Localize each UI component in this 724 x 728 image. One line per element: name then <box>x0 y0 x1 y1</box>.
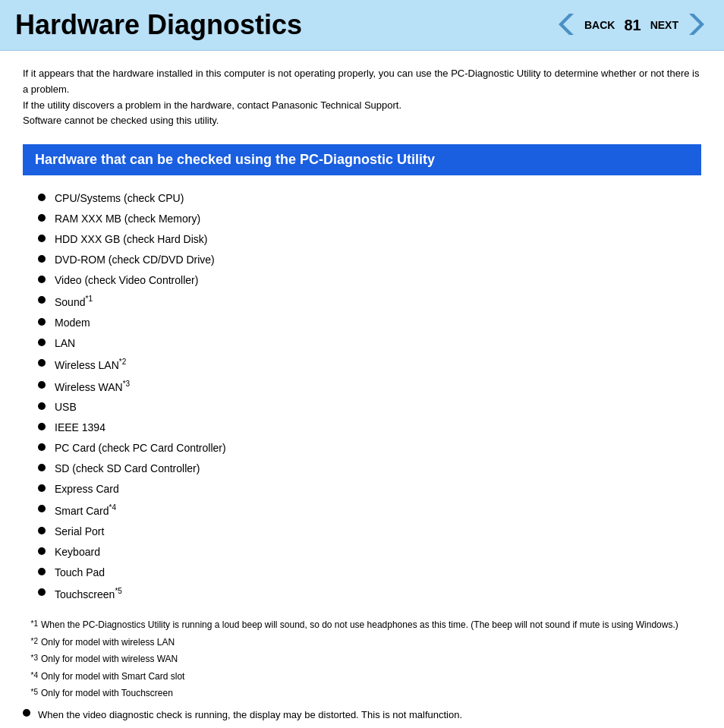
list-item-text: USB <box>55 399 77 415</box>
bullet-dot-icon <box>38 359 46 367</box>
svg-marker-0 <box>559 14 574 35</box>
footnote-row: *1When the PC-Diagnostics Utility is run… <box>23 617 701 632</box>
list-item: Touch Pad <box>38 565 701 581</box>
bullet-dot-icon <box>38 568 46 575</box>
list-item-text: HDD XXX GB (check Hard Disk) <box>55 232 207 247</box>
svg-marker-1 <box>689 14 704 35</box>
bullet-dot-icon <box>38 276 46 283</box>
next-button[interactable] <box>685 12 709 39</box>
list-item-text: SD (check SD Card Controller) <box>55 461 200 477</box>
bullet-dot-icon <box>38 443 46 451</box>
bullet-dot-icon <box>38 296 46 304</box>
list-item-text: Wireless WAN*3 <box>55 378 130 396</box>
list-item: Express Card <box>38 481 701 497</box>
bullet-dot-icon <box>38 214 46 222</box>
next-label: NEXT <box>650 19 678 31</box>
footnote-row: *2Only for model with wireless LAN <box>23 635 701 650</box>
back-label: BACK <box>584 19 615 31</box>
footnote-row: *4Only for model with Smart Card slot <box>23 669 701 684</box>
superscript: *5 <box>115 587 121 595</box>
bullet-dot-icon <box>38 255 46 263</box>
bullet-dot-icon <box>38 194 46 201</box>
list-item-text: LAN <box>55 336 75 351</box>
footnote-marker: *4 <box>23 669 38 682</box>
intro-text: If it appears that the hardware installe… <box>23 66 701 129</box>
list-item: Smart Card*4 <box>38 502 701 519</box>
footnote-marker: *3 <box>23 651 38 664</box>
next-arrow-icon <box>685 12 709 36</box>
list-item: Touchscreen*5 <box>38 585 701 603</box>
list-item-text: DVD-ROM (check CD/DVD Drive) <box>55 252 215 268</box>
footnote-text: Only for model with Touchscreen <box>41 685 173 701</box>
navigation-controls: BACK 81 NEXT <box>554 12 709 39</box>
bullet-dot-icon <box>38 484 46 492</box>
footnote-text: When the PC-Diagnostics Utility is runni… <box>41 617 678 632</box>
bullet-dot-icon <box>38 423 46 430</box>
list-item-text: CPU/Systems (check CPU) <box>55 191 184 206</box>
list-item-text: PC Card (check PC Card Controller) <box>55 440 226 456</box>
intro-line3: Software cannot be checked using this ut… <box>23 115 219 126</box>
list-item-text: Smart Card*4 <box>55 502 116 519</box>
list-item: Modem <box>38 315 701 331</box>
footnote-marker: *1 <box>23 617 38 630</box>
footnote-row: *3Only for model with wireless WAN <box>23 651 701 667</box>
list-item: Serial Port <box>38 524 701 540</box>
list-item-text: Serial Port <box>55 524 104 540</box>
list-item-text: Wireless LAN*2 <box>55 356 126 373</box>
bullet-dot-icon <box>38 588 46 596</box>
list-item: Keyboard <box>38 544 701 560</box>
intro-line1: If it appears that the hardware installe… <box>23 68 699 95</box>
bullet-dot-icon <box>38 381 46 389</box>
list-item: USB <box>38 399 701 415</box>
list-item-text: Sound*1 <box>55 293 93 310</box>
list-item: Video (check Video Controller) <box>38 273 701 288</box>
intro-line2: If the utility discovers a problem in th… <box>23 99 401 111</box>
list-item-text: Video (check Video Controller) <box>55 273 198 288</box>
bottom-note-text: When the video diagnostic check is runni… <box>38 707 462 723</box>
bullet-dot-icon <box>38 547 46 555</box>
list-item: CPU/Systems (check CPU) <box>38 191 701 206</box>
list-item: RAM XXX MB (check Memory) <box>38 211 701 227</box>
list-item-text: Touchscreen*5 <box>55 585 122 603</box>
list-item: Wireless LAN*2 <box>38 356 701 373</box>
back-arrow-icon <box>554 12 578 36</box>
superscript: *3 <box>123 380 130 388</box>
hardware-list: CPU/Systems (check CPU)RAM XXX MB (check… <box>38 191 701 602</box>
back-button[interactable] <box>554 12 578 39</box>
footnote-text: Only for model with Smart Card slot <box>41 669 184 684</box>
list-item-text: IEEE 1394 <box>55 420 105 436</box>
list-item: PC Card (check PC Card Controller) <box>38 440 701 456</box>
bullet-dot-icon <box>38 339 46 346</box>
bottom-note-row: When the video diagnostic check is runni… <box>23 707 701 723</box>
bullet-dot-icon <box>38 464 46 471</box>
superscript: *1 <box>85 295 92 303</box>
list-item-text: Express Card <box>55 481 119 497</box>
bullet-dot-icon <box>38 235 46 242</box>
footnote-text: Only for model with wireless LAN <box>41 635 175 650</box>
superscript: *4 <box>109 503 116 512</box>
page-title: Hardware Diagnostics <box>15 9 302 41</box>
list-item: DVD-ROM (check CD/DVD Drive) <box>38 252 701 268</box>
footnotes: *1When the PC-Diagnostics Utility is run… <box>23 617 701 723</box>
list-item: LAN <box>38 336 701 351</box>
header-bar: Hardware Diagnostics BACK 81 NEXT <box>0 0 724 51</box>
list-item: IEEE 1394 <box>38 420 701 436</box>
list-item-text: RAM XXX MB (check Memory) <box>55 211 200 227</box>
footnote-text: Only for model with wireless WAN <box>41 651 178 667</box>
list-item-text: Touch Pad <box>55 565 105 581</box>
superscript: *2 <box>119 358 126 366</box>
content-area: If it appears that the hardware installe… <box>0 51 724 728</box>
section-header: Hardware that can be checked using the P… <box>23 144 701 175</box>
bullet-dot-icon <box>38 318 46 326</box>
bullet-dot-icon <box>38 505 46 512</box>
bottom-bullet-icon <box>23 709 30 717</box>
list-item-text: Modem <box>55 315 90 331</box>
list-item: SD (check SD Card Controller) <box>38 461 701 477</box>
list-item: HDD XXX GB (check Hard Disk) <box>38 232 701 247</box>
list-item: Sound*1 <box>38 293 701 310</box>
footnote-marker: *5 <box>23 685 38 698</box>
page-number: 81 <box>621 17 644 34</box>
footnote-row: *5Only for model with Touchscreen <box>23 685 701 701</box>
list-item: Wireless WAN*3 <box>38 378 701 396</box>
footnote-marker: *2 <box>23 635 38 648</box>
